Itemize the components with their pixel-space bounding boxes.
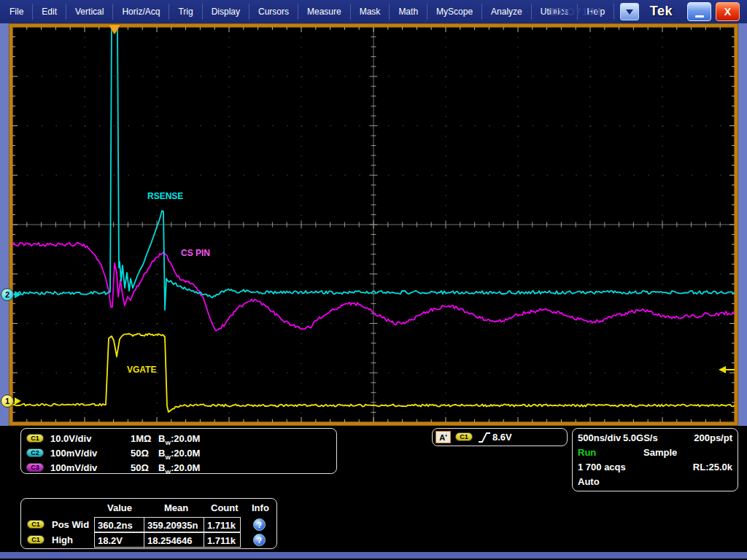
menu-overflow-button[interactable] [620,3,639,20]
channel-impedance: 1MΩ [131,433,151,444]
menu-item-trig[interactable]: Trig [169,4,202,20]
timebase-scale: 500ns/div [578,432,621,443]
oscilloscope-screen: FileEditVerticalHoriz/AcqTrigDisplayCurs… [0,0,747,560]
trigger-channel-badge: C1 [455,432,473,441]
measurement-value: 360.2ns [94,517,144,532]
measurement-header-value: Value [107,502,132,513]
menu-items: FileEditVerticalHoriz/AcqTrigDisplayCurs… [0,0,614,23]
channel-1-marker-label: 1 [5,397,9,405]
measurement-row-high: C1High18.2V18.2546461.711k? [21,532,276,548]
measurement-count: 1.711k [204,517,241,532]
close-button[interactable]: X [716,2,740,21]
channel-badge-c3[interactable]: C3 [26,463,44,472]
measurement-channel-badge[interactable]: C1 [27,535,44,544]
trace-label-rsense: RSENSE [147,191,183,201]
trigger-source-badge: A' [436,431,451,443]
acquisition-count: 1 700 acqs [578,462,626,472]
channel-bandwidth: BW:20.0M [158,462,200,475]
channel-2-marker-arrow-icon [15,291,21,298]
measurement-value: 18.2V [94,532,144,548]
acquisition-mode: Sample [643,447,677,458]
channel-2-marker-label: 2 [5,290,9,299]
channel-badge-c1[interactable]: C1 [26,434,44,443]
timebase-panel[interactable]: 500ns/div 5.0GS/s 200ps/pt Run Sample 1 … [572,428,738,491]
measurement-header-info: Info [252,502,269,513]
trigger-level-readout: 8.6V [492,432,512,443]
measurement-header-mean: Mean [164,502,188,513]
channel-impedance: 50Ω [131,448,149,459]
tek-logo: Tek [650,4,673,19]
trigger-panel[interactable]: A' C1 8.6V [432,428,568,446]
chevron-down-icon [626,9,633,15]
channel-bandwidth: BW:20.0M [158,448,200,461]
menu-item-display[interactable]: Display [203,4,249,20]
channel-row-c2: C2100mV/div50ΩBW:20.0M [21,446,336,460]
graticule[interactable]: RSENSECS PINVGATE [9,24,738,425]
channel-row-c3: C3100mV/div50ΩBW:20.0M [21,461,336,475]
menu-item-vertical[interactable]: Vertical [66,4,113,20]
menu-item-file[interactable]: File [0,4,33,20]
menu-item-analyze[interactable]: Analyze [482,4,532,20]
menu-item-horiz-acq[interactable]: Horiz/Acq [113,4,169,20]
readout-area: C110.0V/div1MΩBW:20.0MC2100mV/div50ΩBW:2… [0,426,747,560]
measurement-name: Pos Wid [52,519,89,530]
menu-item-measure[interactable]: Measure [298,4,351,20]
scope-display-area: RSENSECS PINVGATE 2 1 [0,23,747,426]
measurement-header-count: Count [211,502,239,513]
menu-item-edit[interactable]: Edit [33,4,66,20]
channel-1-marker-arrow-icon [15,397,21,405]
rising-edge-icon [478,431,491,444]
trigger-level-arrow-icon [719,366,726,373]
channel-row-c1: C110.0V/div1MΩBW:20.0M [21,432,336,446]
measurement-panel[interactable]: Value Mean Count Info C1Pos Wid360.2ns35… [20,498,277,549]
measurement-name: High [52,534,73,545]
trigger-mode: Auto [578,476,600,487]
trigger-position-marker[interactable] [109,25,120,34]
menu-item-cursors[interactable]: Cursors [249,4,298,20]
channel-scale: 100mV/div [50,448,97,459]
menu-item-mask[interactable]: Mask [351,4,390,20]
channel-scale: 10.0V/div [50,433,91,444]
channel-bandwidth: BW:20.0M [158,433,200,446]
measurement-row-pos-wid: C1Pos Wid360.2ns359.20935n1.711k? [21,517,276,532]
info-icon[interactable]: ? [253,518,266,531]
channel-1-reference-marker[interactable]: 1 [1,394,14,408]
channel-badge-c2[interactable]: C2 [26,448,44,457]
sample-rate: 5.0GS/s [623,432,658,443]
measurement-channel-badge[interactable]: C1 [27,520,44,529]
bottom-taskbar-strip [0,552,747,559]
channel-2-reference-marker[interactable]: 2 [1,288,14,301]
channel-scale: 100mV/div [50,462,97,473]
channel-settings-panel[interactable]: C110.0V/div1MΩBW:20.0MC2100mV/div50ΩBW:2… [20,428,337,474]
resolution: 200ps/pt [694,432,732,443]
menu-item-myscope[interactable]: MyScope [427,4,482,20]
measurement-mean: 359.20935n [144,517,204,532]
trigger-level-arrow-tail [726,369,735,370]
measurement-count: 1.711k [204,532,241,548]
menu-item-math[interactable]: Math [390,4,427,20]
minimize-icon [695,15,704,18]
waveform-canvas: RSENSECS PINVGATE [12,27,735,422]
acquisition-state: Run [578,447,596,458]
measurement-mean: 18.254646 [144,532,204,548]
record-length: RL:25.0k [693,462,732,472]
trace-label-vgate: VGATE [127,365,156,375]
trace-label-cs-pin: CS PIN [181,248,210,258]
model-label: DPO7104 [551,6,601,18]
minimize-button[interactable] [687,2,711,21]
channel-impedance: 50Ω [131,462,149,473]
info-icon[interactable]: ? [253,534,266,546]
measurement-header-row: Value Mean Count Info [21,501,276,517]
menu-bar: FileEditVerticalHoriz/AcqTrigDisplayCurs… [0,0,747,23]
